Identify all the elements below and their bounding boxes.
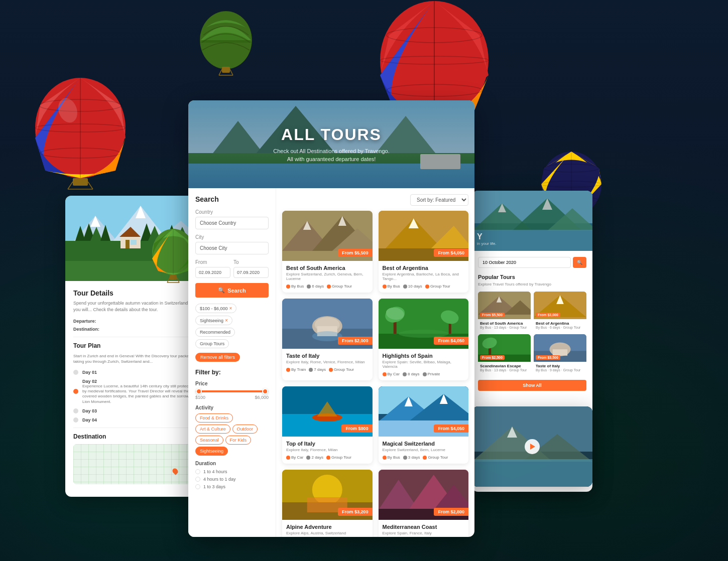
duration-radio-2[interactable] — [195, 477, 200, 482]
tour-meta-3: By Car 8 days Private — [383, 372, 465, 376]
activity-seasonal[interactable]: Seasonal — [195, 436, 223, 445]
meta-transport-0: By Bus — [286, 284, 304, 289]
day-2-label: Day 02 — [82, 379, 198, 384]
tour-card-7[interactable]: From $2,800 Mediterranean Coast Explore … — [379, 470, 469, 537]
popular-name-3: Taste of Italy — [536, 364, 584, 368]
activity-kids[interactable]: For Kids — [225, 436, 252, 445]
activity-art[interactable]: Art & Culture — [195, 425, 230, 434]
search-label: Search — [227, 288, 246, 294]
meta-type-5: Group Tour — [423, 455, 448, 460]
tour-img-0: From $5,500 — [282, 211, 373, 261]
day-2-dot — [73, 389, 78, 394]
filter-group[interactable]: Group Tours — [195, 339, 229, 348]
meta-transport-1: By Bus — [383, 284, 400, 289]
country-select[interactable]: Choose Country — [195, 217, 269, 229]
right-search-button[interactable]: 🔍 — [573, 257, 586, 268]
popular-badge-2: From $2,500 — [480, 355, 505, 360]
svg-line-3 — [219, 69, 222, 75]
destination-row: Destination: — [73, 327, 198, 332]
meta-type-0: Group Tour — [327, 284, 352, 289]
popular-info-2: Scandinavian Escape By Bus · 13 days · G… — [478, 362, 531, 374]
duration-radio-3[interactable] — [195, 484, 200, 489]
divider-2 — [73, 428, 198, 428]
tour-price-2: From $2,000 — [338, 337, 373, 345]
from-date-input[interactable] — [195, 267, 230, 278]
calendar-icon-4 — [306, 456, 310, 460]
activity-sightseeing[interactable]: Sightseeing — [195, 447, 228, 456]
popular-card-2[interactable]: From $2,500 Scandinavian Escape By Bus ·… — [478, 334, 531, 374]
price-thumb-max[interactable] — [262, 388, 268, 394]
day-1-label: Day 01 — [82, 370, 97, 375]
tour-loc-5: Explore Switzerland, Bern, Lucerne — [383, 448, 465, 452]
meta-days-1: 10 days — [403, 284, 422, 289]
popular-meta-1: By Bus · 6 days · Group Tour — [536, 326, 584, 329]
day-2: Day 02 Experience Lucerne, a beautiful 1… — [73, 379, 198, 405]
popular-meta-0: By Bus · 13 days · Group Tour — [480, 326, 529, 329]
svg-rect-126 — [553, 349, 567, 356]
tour-card-2[interactable]: From $2,000 Taste of Italy Explore Italy… — [282, 299, 373, 380]
popular-tours-title: Popular Tours — [478, 274, 586, 280]
tour-name-5: Magical Switzerland — [383, 441, 465, 447]
meta-type-4: Group Tour — [326, 455, 351, 460]
from-label: From — [195, 259, 230, 265]
tour-plan-desc: Start in Zurich and end in Geneva! With … — [73, 353, 198, 364]
calendar-icon-2 — [309, 368, 313, 372]
svg-rect-132 — [472, 459, 592, 487]
to-date-input[interactable] — [233, 267, 269, 278]
tour-price-4: From $800 — [341, 425, 372, 433]
filter-price[interactable]: $100 - $6,000 × — [195, 304, 236, 313]
popular-badge-0: From $5,500 — [480, 313, 505, 317]
group-icon-4 — [326, 456, 330, 460]
city-select[interactable]: Choose City — [195, 242, 269, 254]
activity-outdoor[interactable]: Outdoor — [232, 425, 258, 434]
video-play-button[interactable] — [525, 439, 540, 454]
tour-card-5[interactable]: From $4,050 Magical Switzerland Explore … — [379, 386, 469, 464]
popular-card-3[interactable]: From $3,500 Taste of Italy By Bus · 9 da… — [534, 334, 586, 374]
tour-meta-4: By Car 2 days Group Tour — [286, 455, 369, 460]
filter-price-remove[interactable]: × — [229, 306, 232, 311]
sort-select[interactable]: Sort by: Featured — [410, 194, 468, 206]
day-2-desc: Experience Lucerne, a beautiful 14th cen… — [82, 384, 198, 405]
day-4-dot — [73, 417, 78, 423]
tour-card-3[interactable]: From $4,050 Highlights of Spain Explore … — [379, 299, 469, 380]
day-3-label: Day 03 — [82, 408, 97, 413]
tour-name-7: Mediterranean Coast — [383, 524, 465, 530]
popular-name-1: Best of Argentina — [536, 321, 584, 326]
tour-card-1[interactable]: From $4,050 Best of Argentina Explore Ar… — [379, 211, 469, 293]
filter-sightseeing[interactable]: Sightseeing × — [195, 316, 232, 325]
filter-recommended[interactable]: Recommended — [195, 328, 235, 337]
search-button[interactable]: 🔍 Search — [195, 283, 269, 298]
private-icon-3 — [423, 372, 427, 376]
remove-all-button[interactable]: Remove all filters — [195, 353, 240, 362]
meta-days-4: 2 days — [306, 455, 323, 460]
price-thumb-min[interactable] — [196, 388, 202, 394]
meta-days-0: 6 days — [307, 284, 324, 289]
filter-sightseeing-label: Sightseeing — [200, 318, 223, 323]
show-all-button[interactable]: Show All — [478, 380, 586, 391]
balloon-center-top — [196, 8, 256, 88]
right-date-input[interactable] — [478, 257, 571, 268]
tour-price-1: From $4,050 — [434, 249, 468, 257]
duration-radio-1[interactable] — [195, 469, 200, 474]
popular-card-0[interactable]: From $5,500 Best of South America By Bus… — [478, 292, 531, 331]
activity-food[interactable]: Food & Drinks — [195, 413, 233, 423]
search-sidebar: Search Country Choose Country City Choos… — [188, 188, 276, 537]
hero-title: ALL TOURS — [273, 125, 390, 144]
car-icon-3 — [383, 372, 387, 376]
tour-card-4[interactable]: From $800 Top of Italy Explore Italy, Fl… — [282, 386, 373, 464]
tour-info-5: Magical Switzerland Explore Switzerland,… — [379, 437, 469, 464]
tour-card-6[interactable]: From $3,200 Alpine Adventure Explore Alp… — [282, 470, 373, 537]
filter-sightseeing-remove[interactable]: × — [225, 318, 228, 323]
balloon-left-main — [28, 73, 133, 203]
popular-card-1[interactable]: From $3,000 Best of Argentina By Bus · 6… — [534, 292, 586, 331]
price-range-bar[interactable] — [195, 390, 269, 392]
map-grid — [73, 444, 198, 484]
popular-tours-grid: From $5,500 Best of South America By Bus… — [478, 292, 586, 374]
content-area: Search Country Choose Country City Choos… — [188, 188, 474, 537]
train-icon-2 — [286, 368, 290, 372]
tours-area: Sort by: Featured — [276, 188, 474, 537]
tour-card-0[interactable]: From $5,500 Best of South America Explor… — [282, 211, 373, 293]
calendar-icon-1 — [403, 285, 407, 289]
destination-section-title: Destination — [73, 433, 198, 440]
activity-label: Activity — [195, 405, 269, 410]
